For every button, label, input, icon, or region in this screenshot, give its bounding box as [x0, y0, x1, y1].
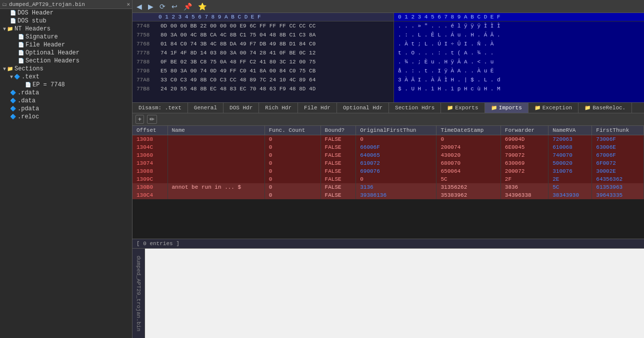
tab-icon: 📁 [447, 105, 453, 111]
table-link[interactable]: 66006F [360, 144, 380, 150]
table-link[interactable]: 67006F [596, 152, 616, 158]
table-cell[interactable]: 66006F [356, 143, 436, 151]
folder-icon: 📁 [7, 26, 13, 32]
table-cell[interactable]: 690076 [356, 167, 436, 175]
table-link[interactable]: 61353963 [596, 184, 622, 190]
table-cell[interactable]: 3136 [356, 183, 436, 191]
table-link[interactable]: 63006E [596, 144, 616, 150]
sidebar-item-optional-header[interactable]: 📄 Optional Header [0, 49, 132, 57]
table-link[interactable]: 640065 [360, 152, 380, 158]
table-link[interactable]: 5C [552, 184, 559, 190]
table-link[interactable]: 64356362 [596, 176, 622, 182]
toolbar-undo-btn[interactable]: ↩ [170, 2, 180, 11]
table-header-originalfirstthun: OriginalFirstThun [356, 126, 436, 135]
table-row[interactable]: 130740FALSE6100726800706300695000206F007… [132, 159, 644, 167]
table-cell[interactable]: 610072 [356, 159, 436, 167]
table-cell[interactable]: 6F0072 [592, 159, 644, 167]
table-row[interactable]: 1304C0FALSE66006F2000746E004561006863006… [132, 143, 644, 151]
table-link[interactable]: 610068 [552, 144, 572, 150]
table-cell[interactable]: 38343930 [548, 191, 592, 199]
toolbar-refresh-btn[interactable]: ⟳ [158, 2, 168, 11]
sidebar-item-text[interactable]: ▼ 🔷 .text [0, 73, 132, 81]
table-cell[interactable]: 30002E [592, 167, 644, 175]
sidebar-item-data[interactable]: 🔷 .data [0, 97, 132, 105]
table-cell[interactable]: 500020 [548, 159, 592, 167]
sidebar-close-btn[interactable]: ✕ [126, 1, 130, 7]
table-row[interactable]: 1309C0FALSE05C2F2E64356362 [132, 175, 644, 183]
table-cell[interactable]: 0 [356, 175, 436, 183]
table-link[interactable]: 720063 [552, 136, 572, 142]
sidebar-item-reloc[interactable]: 🔷 .reloc [0, 113, 132, 121]
tab-section-hdrs[interactable]: Section Hdrs [389, 103, 441, 113]
table-link[interactable]: 30002E [596, 168, 616, 174]
sidebar-item-signature[interactable]: 📄 Signature [0, 33, 132, 41]
table-row[interactable]: 130600FALSE64006543002079007274007067006… [132, 151, 644, 159]
table-cell[interactable]: 67006F [592, 151, 644, 159]
table-link[interactable]: 38343930 [552, 192, 579, 198]
toolbar-pin-btn[interactable]: 📌 [182, 2, 194, 11]
hex-address: 7798 [136, 67, 156, 75]
table-link[interactable]: 39643335 [596, 192, 622, 198]
tab-exports[interactable]: 📁Exports [441, 103, 484, 113]
table-cell[interactable]: 39643335 [592, 191, 644, 199]
table-link[interactable]: 610072 [360, 160, 380, 166]
tab-general[interactable]: General [188, 103, 224, 113]
table-cell[interactable]: 63006E [592, 143, 644, 151]
table-row[interactable]: 130880FALSE69007665006420007231007630002… [132, 167, 644, 175]
hex-chars: 3 À Ã I . À Ã Ì H . | $ . L . d [398, 76, 500, 84]
table-link[interactable]: 740070 [552, 152, 572, 158]
hex-chars: . . . » " . . . é l ÿ ÿ ÿ Ì Ì Ì [398, 22, 500, 30]
table-link[interactable]: 6F0072 [596, 160, 616, 166]
table-link[interactable]: 690076 [360, 168, 380, 174]
table-cell: 5C [436, 175, 500, 183]
toolbar-forward-btn[interactable]: ▶ [146, 2, 156, 11]
tab-dos-hdr[interactable]: DOS Hdr [224, 103, 259, 113]
hex-chars: . ¾ . ; È u . H ÿ Â A . < . u [398, 58, 494, 66]
table-link[interactable]: 2E [552, 176, 559, 182]
sidebar-item-sections[interactable]: ▼ 📁 Sections [0, 65, 132, 73]
table-link[interactable]: 3136 [360, 184, 373, 190]
toolbar-star-btn[interactable]: ⭐ [196, 2, 208, 11]
tab-disasm-text[interactable]: Disasm: .text [132, 103, 188, 113]
tab-basereloc[interactable]: 📁BaseReloc. [578, 103, 632, 113]
table-cell[interactable]: 0 [356, 135, 436, 144]
sidebar-item-dos-stub[interactable]: 📄 DOS stub [0, 17, 132, 25]
import-add-btn[interactable]: + [136, 115, 144, 124]
table-cell[interactable]: 39386136 [356, 191, 436, 199]
tab-file-hdr[interactable]: File Hdr [298, 103, 337, 113]
table-link[interactable]: 39386136 [360, 192, 386, 198]
table-cell[interactable]: 640065 [356, 151, 436, 159]
sidebar-item-ep[interactable]: 📄 EP = 7748 [0, 81, 132, 89]
import-edit-btn[interactable]: ✏ [147, 115, 157, 124]
table-row[interactable]: 130C40FALSE39386136353839623439633838343… [132, 191, 644, 199]
table-link[interactable]: 310076 [552, 168, 572, 174]
sidebar-item-nt-headers[interactable]: ▼ 📁 NT Headers [0, 25, 132, 33]
hex-row-right: å . : . t . I ÿ À A . . À u Ë [394, 66, 644, 75]
import-area: + ✏ OffsetNameFunc. CountBound?OriginalF… [132, 113, 644, 248]
table-cell[interactable]: 740070 [548, 151, 592, 159]
tab-exception[interactable]: 📁Exception [528, 103, 578, 113]
table-row[interactable]: 130380FALSE0069004D72006373006F [132, 135, 644, 144]
sidebar-item-dos-header[interactable]: 📄 DOS Header [0, 9, 132, 17]
table-link[interactable]: 73006F [596, 136, 616, 142]
sidebar-item-label: .pdata [18, 105, 39, 112]
table-link[interactable]: 500020 [552, 160, 572, 166]
tab-imports[interactable]: 📁Imports [485, 103, 528, 113]
tab-optional-hdr[interactable]: Optional Hdr [337, 103, 389, 113]
table-cell: 130B0 [132, 183, 168, 191]
toolbar-back-btn[interactable]: ◀ [134, 2, 144, 11]
sidebar-item-pdata[interactable]: 🔷 .pdata [0, 105, 132, 113]
table-cell[interactable]: 610068 [548, 143, 592, 151]
table-cell[interactable]: 5C [548, 183, 592, 191]
tab-rich-hdr[interactable]: Rich Hdr [259, 103, 298, 113]
table-cell[interactable]: 64356362 [592, 175, 644, 183]
table-cell[interactable]: 73006F [592, 135, 644, 144]
sidebar-item-section-headers[interactable]: 📄 Section Headers [0, 57, 132, 65]
table-row[interactable]: 130B0annot be run in ... $0FALSE31363135… [132, 183, 644, 191]
sidebar-item-rdata[interactable]: 🔷 .rdata [0, 89, 132, 97]
table-cell[interactable]: 310076 [548, 167, 592, 175]
table-cell[interactable]: 61353963 [592, 183, 644, 191]
table-cell[interactable]: 720063 [548, 135, 592, 144]
table-cell[interactable]: 2E [548, 175, 592, 183]
sidebar-item-file-header[interactable]: 📄 File Header [0, 41, 132, 49]
